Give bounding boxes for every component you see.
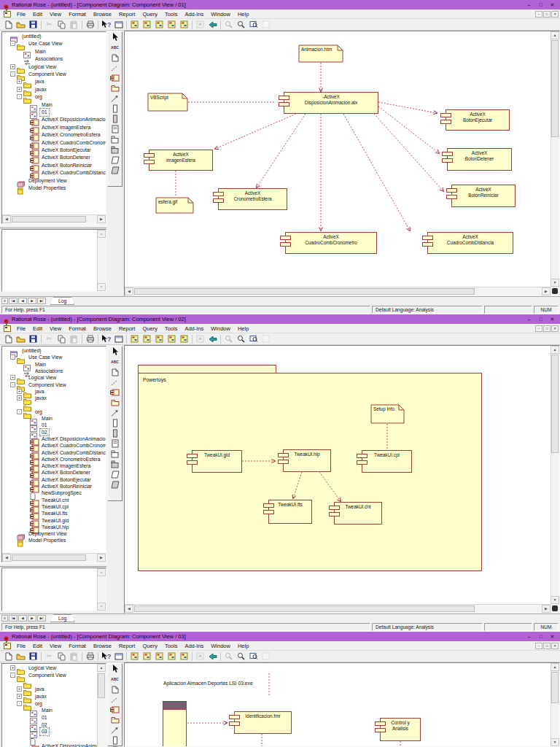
uml-file-artifact[interactable]: VBScript [147, 93, 188, 112]
uml-component[interactable]: Control yAnalisis [380, 718, 421, 741]
browse-class-diagram-button[interactable] [128, 20, 141, 30]
tree-item-label[interactable]: javax [34, 395, 48, 402]
diagram-text-label[interactable]: Aplicacion Almacen Deportes LSI 03.exe [163, 681, 253, 686]
diagram-overview-button[interactable] [551, 604, 559, 613]
menu-item-file[interactable]: File [13, 324, 29, 333]
tree-item-label[interactable]: Model Properties [27, 185, 67, 192]
tree-item-label[interactable]: TweakUI.cnt [40, 497, 70, 504]
tree-item-label[interactable]: (untitled) [20, 347, 42, 355]
browse-previous-diagram-button[interactable] [206, 651, 219, 662]
browse-window-button[interactable] [112, 334, 125, 344]
log-prev-button[interactable]: ◀ [18, 298, 27, 304]
save-model-button[interactable] [27, 20, 39, 30]
browse-window-button[interactable] [112, 651, 125, 662]
tree-row[interactable]: ActiveX DisposicionAnima [2, 743, 106, 747]
scroll-down-button[interactable]: ▼ [551, 738, 559, 746]
menu-item-tools[interactable]: Tools [161, 9, 182, 19]
tree-item-label[interactable]: ActiveX CronometroEsfera [40, 131, 101, 139]
browse-previous-diagram-button[interactable] [206, 20, 219, 30]
tree-item-label[interactable]: ActiveX BotonDetener [40, 154, 92, 161]
pane-splitter[interactable] [0, 563, 106, 567]
scroll-up-button[interactable]: ▲ [551, 346, 559, 354]
copy-button[interactable] [55, 20, 68, 30]
tree-item-label[interactable]: ActiveX ImagenEsfera [40, 462, 92, 470]
child-window-icon[interactable] [4, 11, 11, 18]
tree-item-label[interactable]: Deployment View [27, 530, 69, 538]
tree-row[interactable] [2, 678, 106, 686]
tree-row[interactable]: Main [2, 48, 106, 55]
browse-component-diagram-button[interactable] [153, 651, 166, 662]
uml-component[interactable]: TweakUI.cpl [362, 450, 412, 473]
model-browser-tree[interactable]: (untitled)-Use Case ViewMainAssociations… [1, 31, 106, 224]
menu-item-format[interactable]: Format [65, 324, 90, 333]
fit-in-window-button[interactable] [247, 651, 260, 662]
mdi-close-button[interactable]: ✕ [551, 643, 559, 649]
tree-expander[interactable]: + [17, 79, 22, 84]
uml-component[interactable]: TweakUI.cnt [334, 502, 382, 525]
subprogram-spec-tool-button[interactable] [109, 104, 122, 114]
model-browser-tree[interactable]: (untitled)-Use Case ViewMainAssociations… [1, 346, 106, 562]
log-last-button[interactable]: ▶| [37, 615, 46, 622]
tree-horizontal-scrollbar[interactable]: ◀▶ [2, 553, 106, 562]
menu-item-query[interactable]: Query [139, 9, 160, 19]
tree-expander[interactable]: + [17, 694, 22, 699]
tree-expander[interactable]: + [17, 686, 22, 692]
tree-item-label[interactable]: 02 [40, 429, 49, 436]
tree-row[interactable]: 02 [2, 721, 106, 729]
save-model-button[interactable] [27, 334, 39, 344]
tree-item-label[interactable]: Component View [27, 71, 68, 78]
tree-expander[interactable]: - [17, 94, 22, 99]
context-help-button[interactable]: ? [100, 20, 112, 30]
tree-item-label[interactable]: Main [40, 415, 54, 422]
subprogram-body-tool-button[interactable] [109, 428, 122, 438]
menu-item-edit[interactable]: Edit [29, 9, 46, 19]
menu-item-report[interactable]: Report [115, 641, 139, 651]
tree-item-label[interactable]: Logical View [27, 665, 58, 672]
tree-item-label[interactable]: ActiveX BotonReiniciar [40, 162, 93, 169]
scroll-thumb[interactable] [98, 673, 105, 698]
fit-in-window-button[interactable] [247, 20, 260, 30]
tree-item-label[interactable]: ActiveX BotonEjecutar [40, 147, 93, 154]
tree-item-label[interactable]: ActiveX CuadroCombCronometro [40, 139, 106, 147]
tree-row[interactable]: +Logical View [2, 665, 106, 672]
scroll-left-button[interactable]: ◀ [2, 215, 11, 223]
uml-component[interactable]: ActiveXBotonEjecutar [446, 109, 510, 131]
doc-vertical-scrollbar[interactable]: ▲▼ [97, 230, 106, 291]
scroll-up-button[interactable]: ▲ [97, 568, 106, 576]
tree-item-label[interactable]: org [34, 409, 44, 416]
uml-file-artifact[interactable]: Setup Info [370, 404, 405, 424]
tree-row[interactable]: ActiveX BotonReiniciar [2, 162, 106, 169]
tree-item-label[interactable]: org [34, 93, 44, 101]
tree-expander[interactable]: - [17, 701, 22, 706]
note-tool-button[interactable] [109, 684, 122, 694]
tree-item-label[interactable]: java [34, 388, 45, 395]
tree-row[interactable]: -org [2, 700, 106, 708]
tree-item-label[interactable]: ActiveX CuadroCombDistancia [40, 169, 106, 177]
menu-item-addins[interactable]: Add-Ins [181, 324, 207, 333]
tree-item-label[interactable]: 02 [40, 721, 49, 729]
new-model-button[interactable] [2, 651, 15, 662]
tree-expander[interactable]: - [10, 382, 15, 387]
menu-item-window[interactable]: Window [207, 324, 234, 333]
uml-component[interactable]: ActiveXCuadroCombDistancia [427, 232, 513, 254]
close-button[interactable]: ✕ [548, 632, 557, 641]
maximize-button[interactable]: □ [536, 315, 545, 324]
scroll-down-button[interactable]: ▼ [97, 283, 106, 291]
tree-row[interactable]: -Component View [2, 71, 106, 78]
tree-item-label[interactable]: 03 [40, 728, 49, 735]
selection-tool-button[interactable] [109, 347, 122, 357]
tree-item-label[interactable]: Main [40, 101, 54, 109]
uml-package-body[interactable]: Powertoys [138, 373, 482, 571]
log-tab[interactable]: Log [50, 297, 74, 305]
scroll-thumb[interactable] [134, 605, 475, 612]
menu-item-file[interactable]: File [13, 641, 29, 651]
close-button[interactable]: ✕ [548, 1, 557, 9]
menu-item-browse[interactable]: Browse [90, 641, 115, 651]
mdi-minimize-button[interactable]: – [535, 643, 542, 649]
scroll-thumb[interactable] [551, 672, 559, 703]
browse-deployment-diagram-button[interactable] [178, 20, 190, 30]
log-close-button[interactable]: x [1, 615, 8, 622]
tree-item-label[interactable]: Main [40, 707, 54, 714]
title-bar[interactable]: Rational Rose - (untitled) - [Component … [0, 632, 560, 641]
menu-item-query[interactable]: Query [139, 641, 160, 651]
